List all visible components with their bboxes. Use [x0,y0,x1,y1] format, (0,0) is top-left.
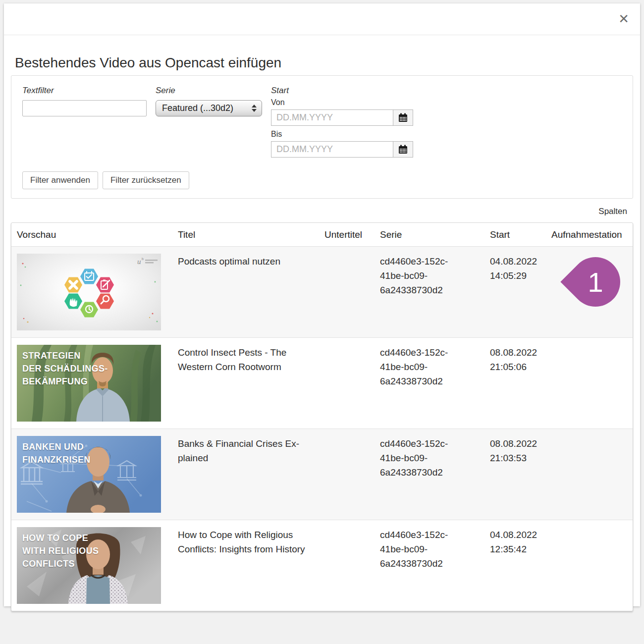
video-untertitel [324,520,380,611]
start-field: Start Von [271,86,420,161]
bis-date-group [271,141,420,158]
thumbnail-text-overlay: STRATEGIEN DER SCHÄDLINGS- BEKÄMPFUNG [22,349,108,388]
page-title: Bestehendes Video aus Opencast einfügen [15,55,629,71]
header-titel: Titel [178,223,324,246]
table-row[interactable]: HOW TO COPE WITH RELIGIOUS CONFLICTS How… [11,520,633,611]
svg-text:b: b [142,257,144,261]
thumbnail-text-overlay: BANKEN UND FINANZKRISEN [22,440,91,466]
videos-table: Vorschau Titel Untertitel Serie Start Au… [11,222,633,611]
video-aufnahmestation [551,338,633,429]
header-vorschau: Vorschau [17,223,178,246]
von-date-input[interactable] [271,109,393,126]
logo-university: u b [137,257,158,266]
video-serie: cd4460e3-152c-41be-bc09-6a24338730d2 [380,254,458,297]
textfilter-label: Textfilter [22,86,156,96]
video-serie: cd4460e3-152c-41be-bc09-6a24338730d2 [380,528,458,571]
close-icon[interactable]: ✕ [618,12,629,25]
video-start: 04.08.2022 14:05:29 [490,247,551,337]
video-serie: cd4460e3-152c-41be-bc09-6a24338730d2 [380,436,458,480]
video-thumbnail-corn[interactable]: STRATEGIEN DER SCHÄDLINGS- BEKÄMPFUNG [17,345,161,422]
von-calendar-button[interactable] [393,109,413,126]
video-untertitel [324,429,380,520]
video-aufnahmestation [551,520,633,611]
video-thumbnail-religious-conflicts[interactable]: HOW TO COPE WITH RELIGIOUS CONFLICTS [17,527,161,604]
bis-calendar-button[interactable] [393,141,413,158]
video-untertitel [324,247,380,337]
video-aufnahmestation [551,429,633,520]
video-title: Podcasts optimal nutzen [178,247,324,337]
video-title: Control Insect Pests - The Western Corn … [178,338,324,429]
modal-content: Bestehendes Video aus Opencast einfügen … [4,55,640,611]
table-row[interactable]: BANKEN UND FINANZKRISEN Banks & Financia… [11,429,633,520]
serie-select[interactable]: Featured (...30d2) [156,100,262,116]
textfilter-field: Textfilter [22,86,156,116]
filter-reset-button[interactable]: Filter zurücksetzen [103,171,189,189]
video-thumbnail-hexagons[interactable]: u b [17,254,161,330]
header-untertitel: Untertitel [324,223,380,246]
video-start: 08.08.2022 21:03:53 [490,429,551,520]
table-header-row: Vorschau Titel Untertitel Serie Start Au… [11,223,633,247]
spalten-row: Spalten [11,199,633,222]
serie-label: Serie [156,86,271,96]
calendar-icon [398,145,408,154]
start-label: Start [271,86,420,96]
bis-date-input[interactable] [271,141,393,158]
video-thumbnail-banks[interactable]: BANKEN UND FINANZKRISEN [17,436,161,513]
table-row[interactable]: u b [11,247,633,338]
opencast-video-modal: ✕ Bestehendes Video aus Opencast einfüge… [4,3,640,606]
video-untertitel [324,338,380,429]
thumbnail-text-overlay: HOW TO COPE WITH RELIGIOUS CONFLICTS [22,532,99,570]
serie-select-value: Featured (...30d2) [162,103,252,113]
modal-header: ✕ [4,3,640,35]
textfilter-input[interactable] [22,100,147,116]
von-label: Von [271,98,420,107]
video-start: 08.08.2022 21:05:06 [490,338,551,429]
bis-label: Bis [271,130,420,139]
video-title: How to Cope with Religious Conflicts: In… [178,520,324,611]
header-aufnahmestation: Aufnahmestation [551,223,633,246]
video-title: Banks & Financial Crises Ex­plained [178,429,324,520]
table-row[interactable]: STRATEGIEN DER SCHÄDLINGS- BEKÄMPFUNG Co… [11,338,633,429]
video-aufnahmestation [551,247,633,337]
video-serie: cd4460e3-152c-41be-bc09-6a24338730d2 [380,345,458,388]
header-serie: Serie [380,223,490,246]
spalten-link[interactable]: Spalten [598,207,627,216]
calendar-icon [398,113,408,122]
header-start: Start [490,223,551,246]
svg-text:u: u [137,258,141,266]
filter-apply-button[interactable]: Filter anwenden [22,171,98,189]
select-arrows-icon [252,105,257,112]
filter-panel: Textfilter Serie Featured (...30d2) Star… [11,75,633,199]
video-start: 04.08.2022 12:35:42 [490,520,551,611]
von-date-group [271,109,420,126]
serie-field: Serie Featured (...30d2) [156,86,271,116]
